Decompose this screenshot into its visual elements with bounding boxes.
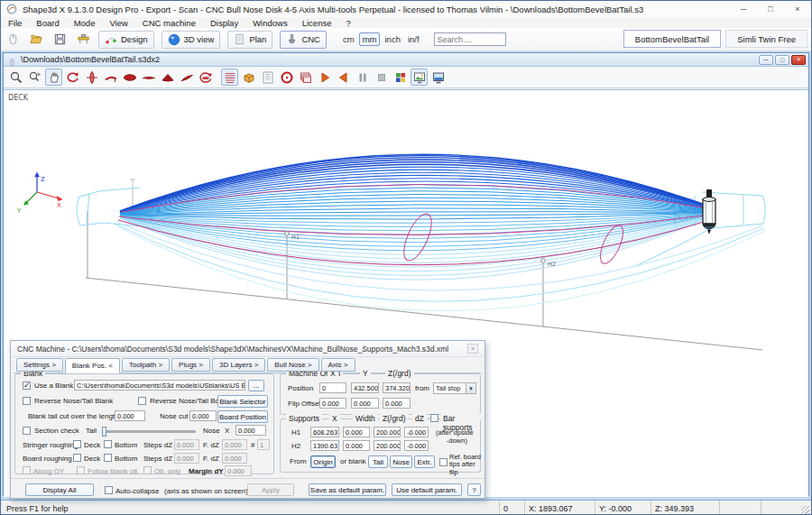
document-close-button[interactable]: ×: [791, 55, 806, 65]
dialog-tab-plugs[interactable]: Plugs >: [171, 358, 210, 372]
blank-selector-button[interactable]: Blank Selector: [217, 395, 268, 408]
auto-collapse-checkbox[interactable]: [105, 486, 113, 494]
zoom-in-icon[interactable]: [7, 69, 24, 86]
apply-button[interactable]: Apply: [247, 483, 294, 496]
extr-button[interactable]: Extr.: [414, 455, 435, 468]
open-folder-icon[interactable]: [27, 32, 45, 48]
tail-cut-field[interactable]: 0.000: [115, 410, 145, 421]
resize-grip[interactable]: [798, 501, 811, 515]
gcode-file-icon[interactable]: [259, 69, 276, 86]
section-slider-thumb[interactable]: [102, 427, 106, 437]
pause-icon[interactable]: [354, 69, 371, 86]
display-all-button[interactable]: Display All: [25, 483, 94, 496]
dialog-tab-bull-nose[interactable]: Bull Nose >: [267, 358, 318, 372]
menu-display[interactable]: Display: [203, 18, 245, 28]
stringer-deck-checkbox[interactable]: [73, 440, 81, 448]
board-outline-view-icon[interactable]: [121, 69, 138, 86]
3d-view-button[interactable]: 3D view: [161, 31, 221, 49]
board-spin-view-icon[interactable]: [197, 69, 214, 86]
zoom-window-icon[interactable]: [26, 69, 43, 86]
nose-cut-field[interactable]: 0.000: [189, 410, 217, 421]
menu-view[interactable]: View: [102, 18, 134, 28]
stringer-count-field[interactable]: 1: [257, 439, 270, 450]
close-button[interactable]: ×: [784, 1, 811, 17]
h2-width-field[interactable]: 0.000: [343, 440, 370, 451]
use-default-button[interactable]: Use default param.: [392, 483, 462, 496]
flip-z-field[interactable]: 0.000: [383, 398, 411, 409]
browse-button[interactable]: ...: [248, 380, 264, 391]
play-back-icon[interactable]: [335, 69, 352, 86]
board-slice-view-icon[interactable]: [178, 69, 195, 86]
save-default-button[interactable]: Save as default param.: [309, 483, 386, 496]
plan-button[interactable]: Plan: [227, 31, 272, 49]
menu-board[interactable]: Board: [29, 18, 66, 28]
file-tab-simli-twin-free[interactable]: Simli Twin Free: [725, 30, 807, 48]
section-x-field[interactable]: 0.000: [235, 425, 266, 436]
view-palette-icon[interactable]: [392, 69, 409, 86]
blank-path-field[interactable]: C:\Users\thoma\Documents\S3d models\USbl…: [74, 380, 245, 391]
sheet-stack-icon[interactable]: [297, 69, 314, 86]
document-minimize-button[interactable]: ─: [759, 55, 773, 65]
toolpath-lines-icon[interactable]: [221, 69, 238, 86]
machine-bed-icon[interactable]: [74, 32, 92, 48]
play-icon[interactable]: [316, 69, 333, 86]
pan-hand-icon[interactable]: [45, 69, 62, 86]
section-check-checkbox[interactable]: [23, 427, 31, 435]
h2-x-field[interactable]: 1390.63: [310, 440, 339, 451]
position-y-field[interactable]: 432.500: [351, 382, 379, 393]
design-button[interactable]: Design: [98, 31, 154, 49]
board-rocker-view-icon[interactable]: [102, 69, 119, 86]
position-z-field[interactable]: 374.320: [383, 382, 411, 393]
menu--[interactable]: ?: [338, 18, 357, 28]
board-deck-checkbox[interactable]: [73, 454, 81, 462]
unit-in-f[interactable]: in/f: [405, 33, 422, 45]
menu-mode[interactable]: Mode: [67, 18, 103, 28]
from-dropdown[interactable]: Tail stop▼: [433, 382, 476, 394]
margin-dy-field[interactable]: 0.000: [225, 465, 252, 476]
menu-windows[interactable]: Windows: [245, 18, 295, 28]
board-profile-view-icon[interactable]: [140, 69, 157, 86]
stringer-fdz-field[interactable]: 0.000: [222, 439, 247, 450]
screen-preview-icon[interactable]: [411, 69, 428, 86]
minimize-button[interactable]: ─: [730, 1, 757, 17]
cnc-button[interactable]: CNC: [280, 31, 327, 49]
menu-file[interactable]: File: [1, 18, 29, 28]
reverse-board-checkbox[interactable]: [138, 397, 146, 405]
board-bottom-checkbox[interactable]: [104, 454, 112, 462]
board-section-view-icon[interactable]: [159, 69, 176, 86]
fullscreen-icon[interactable]: [429, 69, 447, 86]
save-icon[interactable]: [51, 32, 69, 48]
h1-dz-field[interactable]: -0.000: [404, 427, 429, 437]
dialog-help-button[interactable]: ?: [467, 483, 481, 496]
reverse-blank-checkbox[interactable]: [23, 397, 31, 405]
nose-button[interactable]: Nose: [390, 455, 412, 468]
bar-supports-checkbox[interactable]: [430, 414, 438, 422]
export-block-icon[interactable]: [240, 69, 257, 86]
speed-dial-icon[interactable]: [278, 69, 295, 86]
rotate-view-icon[interactable]: [64, 69, 81, 86]
h2-z-field[interactable]: 200.000: [374, 440, 401, 451]
dialog-tab-toolpath[interactable]: Toolpath >: [122, 358, 170, 372]
unit-inch[interactable]: inch: [382, 33, 402, 45]
otl-only-checkbox[interactable]: [143, 466, 152, 474]
unit-mm[interactable]: mm: [359, 32, 381, 46]
dialog-tab-settings[interactable]: Settings >: [16, 358, 63, 372]
origin-button[interactable]: Origin: [310, 455, 336, 468]
stop-icon[interactable]: [373, 69, 390, 86]
use-a-blank-checkbox[interactable]: [23, 382, 31, 390]
ref-board-tips-checkbox[interactable]: [439, 458, 448, 466]
document-maximize-button[interactable]: □: [775, 55, 789, 65]
stringer-bottom-checkbox[interactable]: [104, 440, 112, 448]
flip-y-field[interactable]: 0.000: [351, 398, 379, 409]
tail-button[interactable]: Tail: [368, 455, 388, 468]
dropdown-arrow-icon[interactable]: ▼: [466, 383, 475, 393]
dialog-close-icon[interactable]: ×: [467, 344, 478, 354]
stringer-steps-field[interactable]: 0.000: [174, 439, 199, 450]
board-top-view-icon[interactable]: [83, 69, 100, 86]
h1-z-field[interactable]: 200.000: [374, 427, 401, 437]
along-oy-checkbox[interactable]: [23, 466, 31, 474]
unit-cm[interactable]: cm: [340, 33, 357, 45]
section-slider[interactable]: [102, 430, 196, 433]
follow-blank-checkbox[interactable]: [77, 466, 85, 474]
dialog-tab-blank-pos[interactable]: Blank Pos. <: [65, 358, 120, 373]
